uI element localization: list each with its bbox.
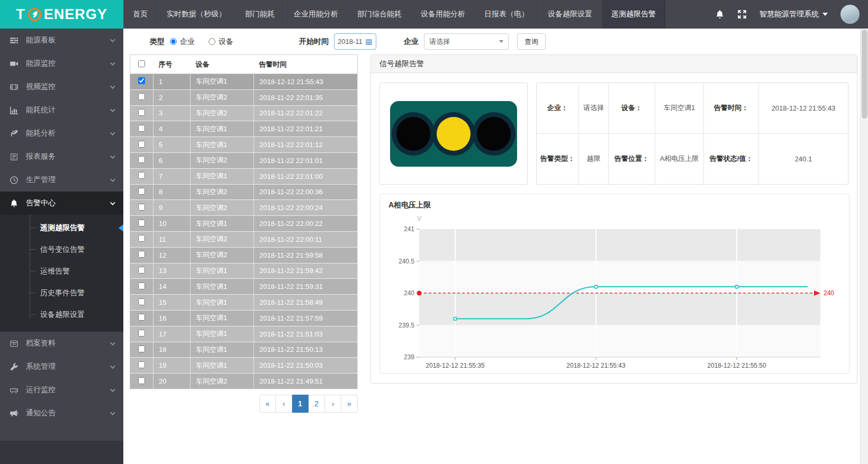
- traffic-light-image: [390, 101, 517, 167]
- alarm-table-row[interactable]: 9车间空调22018-11-22 22:00:24: [130, 200, 358, 216]
- sidebar-subitem-label: 信号变位告警: [40, 245, 85, 254]
- type-radio-1[interactable]: 设备: [209, 37, 233, 47]
- alarm-table-row[interactable]: 1车间空调12018-12-12 21:55:43: [130, 74, 358, 90]
- sidebar-subitem-0[interactable]: 遥测越限告警: [0, 217, 123, 239]
- cell-device: 车间空调1: [191, 358, 254, 374]
- row-checkbox[interactable]: [138, 314, 145, 321]
- row-checkbox[interactable]: [138, 156, 145, 163]
- start-time-input[interactable]: 2018-11: [334, 33, 376, 50]
- topnav-item-5[interactable]: 设备用能分析: [411, 0, 475, 29]
- scrollbar-thumb[interactable]: [862, 30, 867, 119]
- row-checkbox[interactable]: [138, 204, 145, 211]
- topnav-item-1[interactable]: 实时数据（秒级）: [157, 0, 236, 29]
- topnav-item-7[interactable]: 设备越限设置: [538, 0, 602, 29]
- sidebar-item-2[interactable]: 视频监控: [0, 75, 123, 98]
- row-checkbox[interactable]: [138, 267, 145, 274]
- row-checkbox[interactable]: [138, 283, 145, 289]
- alarm-table-row[interactable]: 6车间空调22018-11-22 22:01:01: [130, 152, 358, 168]
- alarm-table-row[interactable]: 16车间空调12018-11-22 21:57:59: [130, 310, 358, 326]
- row-checkbox[interactable]: [138, 345, 145, 352]
- row-checkbox[interactable]: [138, 235, 145, 242]
- row-checkbox[interactable]: [138, 109, 145, 116]
- select-all-checkbox[interactable]: [138, 60, 145, 67]
- calendar-icon[interactable]: [365, 38, 373, 46]
- row-checkbox[interactable]: [138, 377, 145, 384]
- system-title-dropdown[interactable]: 智慧能源管理系统: [760, 10, 828, 19]
- topnav-item-0[interactable]: 首页: [123, 0, 157, 29]
- query-button[interactable]: 查询: [517, 33, 546, 50]
- alarm-table-row[interactable]: 17车间空调12018-11-22 21:51:03: [130, 326, 358, 342]
- alarm-table-row[interactable]: 19车间空调12018-11-22 21:50:03: [130, 358, 358, 374]
- row-checkbox[interactable]: [138, 251, 145, 258]
- row-checkbox[interactable]: [138, 330, 145, 336]
- cell-time: 2018-11-22 21:59:31: [254, 279, 358, 295]
- page-button-2[interactable]: 2: [309, 395, 325, 413]
- cell-device: 车间空调2: [191, 89, 254, 105]
- sidebar-item-5[interactable]: 报表服务: [0, 145, 123, 168]
- sidebar-subitem-2[interactable]: 运维告警: [0, 260, 123, 282]
- sidebar-item-6[interactable]: 生产管理: [0, 168, 123, 192]
- alarm-table-row[interactable]: 13车间空调12018-11-22 21:59:42: [130, 263, 358, 279]
- alarm-table-row[interactable]: 3车间空调22018-11-22 22:01:22: [130, 105, 358, 121]
- sidebar-item-3[interactable]: 能耗统计: [0, 98, 123, 122]
- alarm-table-row[interactable]: 8车间空调22018-11-22 22:00:36: [130, 184, 358, 200]
- row-checkbox[interactable]: [138, 125, 145, 132]
- row-checkbox[interactable]: [138, 188, 145, 195]
- topnav-item-4[interactable]: 部门综合能耗: [348, 0, 411, 29]
- type-radio-input-1[interactable]: [209, 38, 215, 45]
- alarm-table-row[interactable]: 11车间空调22018-11-22 22:00:11: [130, 231, 358, 247]
- row-checkbox[interactable]: [138, 77, 145, 84]
- alarm-table-row[interactable]: 20车间空调22018-11-22 21:49:51: [130, 374, 358, 389]
- alarm-table-row[interactable]: 14车间空调12018-11-22 21:59:31: [130, 279, 358, 295]
- cell-no: 18: [153, 342, 191, 358]
- sidebar-item-0[interactable]: 能源看板: [0, 29, 123, 52]
- row-checkbox[interactable]: [138, 361, 145, 368]
- type-radio-input-0[interactable]: [170, 38, 177, 45]
- alarm-table-row[interactable]: 4车间空调12018-11-22 22:01:21: [130, 121, 358, 137]
- row-checkbox[interactable]: [138, 220, 145, 226]
- bell-icon: [10, 199, 19, 208]
- camera-icon: [10, 59, 19, 68]
- sidebar-subitem-1[interactable]: 信号变位告警: [0, 239, 123, 260]
- alarm-table-row[interactable]: 12车间空调22018-11-22 21:59:58: [130, 247, 358, 263]
- enterprise-select[interactable]: 请选择: [424, 33, 509, 50]
- sidebar-item-9[interactable]: 系统管理: [0, 355, 123, 378]
- page-button-1[interactable]: 1: [292, 395, 309, 413]
- page-button-»[interactable]: »: [341, 395, 358, 413]
- page-button-«[interactable]: «: [259, 395, 276, 413]
- user-avatar[interactable]: [840, 5, 860, 24]
- sidebar-item-1[interactable]: 能源监控: [0, 52, 123, 75]
- row-checkbox[interactable]: [138, 172, 145, 179]
- topnav-item-3[interactable]: 企业用能分析: [284, 0, 348, 29]
- sidebar-item-7[interactable]: 告警中心: [0, 192, 123, 215]
- topnav-item-6[interactable]: 日报表（电）: [475, 0, 538, 29]
- alarm-table-row[interactable]: 5车间空调12018-11-22 22:01:12: [130, 137, 358, 153]
- fullscreen-icon[interactable]: [737, 10, 747, 19]
- row-checkbox[interactable]: [138, 93, 145, 100]
- cell-time: 2018-11-22 22:00:36: [254, 184, 358, 200]
- alarm-table-row[interactable]: 18车间空调12018-11-22 21:50:13: [130, 342, 358, 358]
- type-radio-group: 企业设备: [170, 37, 247, 47]
- notification-bell-icon[interactable]: [715, 10, 725, 19]
- sidebar-item-8[interactable]: 档案资料: [0, 332, 123, 355]
- alarm-table-row[interactable]: 2车间空调22018-11-22 22:01:35: [130, 89, 358, 105]
- alarm-table-row[interactable]: 15车间空调12018-11-22 21:58:49: [130, 295, 358, 311]
- sidebar-item-10[interactable]: 运行监控: [0, 378, 123, 402]
- sidebar-item-4[interactable]: 能耗分析: [0, 122, 123, 145]
- type-radio-0[interactable]: 企业: [170, 37, 195, 47]
- alarm-table-row[interactable]: 7车间空调12018-11-22 22:01:00: [130, 168, 358, 184]
- topnav-item-2[interactable]: 部门能耗: [236, 0, 284, 29]
- chevron-down-icon: [110, 37, 115, 42]
- page-button-›[interactable]: ›: [325, 395, 341, 413]
- page-button-‹[interactable]: ‹: [276, 395, 292, 413]
- voltage-chart-card: A相电压上限 239239.5240240.52412018-12-12 21:…: [379, 194, 849, 374]
- row-checkbox[interactable]: [138, 141, 145, 148]
- sidebar-subitem-4[interactable]: 设备越限设置: [0, 304, 123, 325]
- alarm-table-row[interactable]: 10车间空调12018-11-22 22:00:22: [130, 216, 358, 232]
- cell-no: 12: [153, 247, 191, 263]
- film-icon: [10, 83, 19, 92]
- topnav-item-8[interactable]: 遥测越限告警: [602, 0, 665, 29]
- row-checkbox[interactable]: [138, 298, 145, 305]
- sidebar-subitem-3[interactable]: 历史事件告警: [0, 282, 123, 304]
- sidebar-item-11[interactable]: 通知公告: [0, 402, 123, 425]
